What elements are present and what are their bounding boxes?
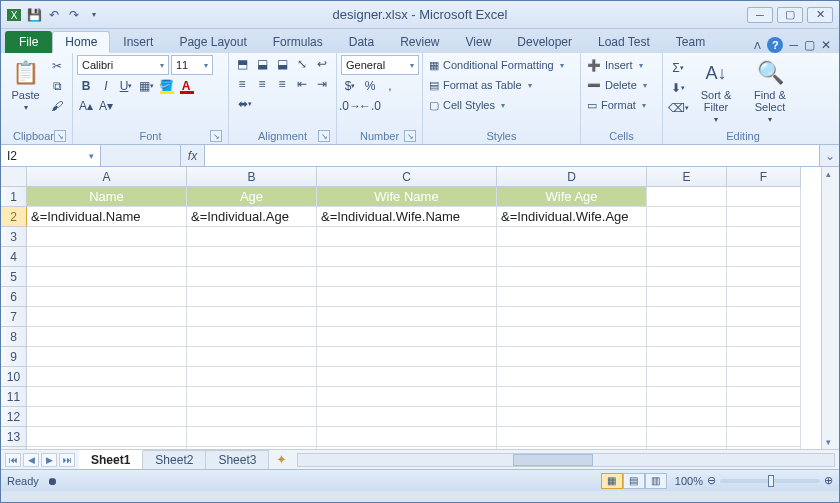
- tab-insert[interactable]: Insert: [110, 31, 166, 53]
- scroll-thumb[interactable]: [513, 454, 593, 466]
- save-icon[interactable]: 💾: [25, 6, 43, 24]
- cell-B12[interactable]: [187, 407, 317, 427]
- row-header-8[interactable]: 8: [1, 327, 27, 347]
- tab-formulas[interactable]: Formulas: [260, 31, 336, 53]
- cell-A14[interactable]: [27, 447, 187, 449]
- cell-A2[interactable]: &=Individual.Name: [27, 207, 187, 227]
- wrap-text-icon[interactable]: ↩: [313, 55, 331, 73]
- cell-D5[interactable]: [497, 267, 647, 287]
- tab-view[interactable]: View: [453, 31, 505, 53]
- cell-B13[interactable]: [187, 427, 317, 447]
- bold-button[interactable]: B: [77, 77, 95, 95]
- undo-icon[interactable]: ↶: [45, 6, 63, 24]
- cell-F7[interactable]: [727, 307, 801, 327]
- zoom-thumb[interactable]: [768, 475, 774, 487]
- cell-B9[interactable]: [187, 347, 317, 367]
- cell-F12[interactable]: [727, 407, 801, 427]
- sheet-tab-sheet2[interactable]: Sheet2: [143, 450, 206, 469]
- horizontal-scrollbar[interactable]: [297, 453, 835, 467]
- cell-F13[interactable]: [727, 427, 801, 447]
- cell-C3[interactable]: [317, 227, 497, 247]
- cell-A13[interactable]: [27, 427, 187, 447]
- cell-D2[interactable]: &=Individual.Wife.Age: [497, 207, 647, 227]
- cell-C13[interactable]: [317, 427, 497, 447]
- format-cells-button[interactable]: ▭Format▾: [585, 95, 648, 115]
- decrease-decimal-icon[interactable]: ←.0: [361, 97, 379, 115]
- cell-styles-button[interactable]: ▢Cell Styles▾: [427, 95, 507, 115]
- tab-load-test[interactable]: Load Test: [585, 31, 663, 53]
- minimize-ribbon-icon[interactable]: ᐱ: [754, 40, 761, 51]
- sheet-nav-last[interactable]: ⏭: [59, 453, 75, 467]
- font-size-combo[interactable]: 11▾: [171, 55, 213, 75]
- cell-B14[interactable]: [187, 447, 317, 449]
- cell-F1[interactable]: [727, 187, 801, 207]
- cut-icon[interactable]: ✂: [48, 57, 66, 75]
- cell-B4[interactable]: [187, 247, 317, 267]
- cell-E8[interactable]: [647, 327, 727, 347]
- row-header-7[interactable]: 7: [1, 307, 27, 327]
- cell-C10[interactable]: [317, 367, 497, 387]
- row-header-11[interactable]: 11: [1, 387, 27, 407]
- zoom-slider[interactable]: [720, 479, 820, 483]
- sheet-nav-next[interactable]: ▶: [41, 453, 57, 467]
- clipboard-launcher[interactable]: ↘: [54, 130, 66, 142]
- new-sheet-icon[interactable]: ✦: [269, 452, 293, 467]
- cell-E13[interactable]: [647, 427, 727, 447]
- doc-minimize-icon[interactable]: ─: [789, 38, 798, 52]
- tab-developer[interactable]: Developer: [504, 31, 585, 53]
- sheet-nav-first[interactable]: ⏮: [5, 453, 21, 467]
- cell-F5[interactable]: [727, 267, 801, 287]
- cell-D7[interactable]: [497, 307, 647, 327]
- cell-D13[interactable]: [497, 427, 647, 447]
- tab-page-layout[interactable]: Page Layout: [166, 31, 259, 53]
- fill-color-button[interactable]: 🪣: [157, 77, 175, 95]
- cell-F3[interactable]: [727, 227, 801, 247]
- qat-dropdown-icon[interactable]: ▾: [85, 6, 103, 24]
- sheet-tab-sheet1[interactable]: Sheet1: [79, 450, 143, 469]
- cell-F8[interactable]: [727, 327, 801, 347]
- column-header-E[interactable]: E: [647, 167, 727, 187]
- sheet-nav-prev[interactable]: ◀: [23, 453, 39, 467]
- cell-B2[interactable]: &=Individual.Age: [187, 207, 317, 227]
- font-launcher[interactable]: ↘: [210, 130, 222, 142]
- cell-C2[interactable]: &=Individual.Wife.Name: [317, 207, 497, 227]
- zoom-value[interactable]: 100%: [675, 475, 703, 487]
- cell-A7[interactable]: [27, 307, 187, 327]
- number-launcher[interactable]: ↘: [404, 130, 416, 142]
- clear-icon[interactable]: ⌫▾: [669, 99, 687, 117]
- column-header-D[interactable]: D: [497, 167, 647, 187]
- sort-filter-button[interactable]: A↓ Sort & Filter▾: [689, 55, 743, 128]
- decrease-font-icon[interactable]: A▾: [97, 97, 115, 115]
- cell-B6[interactable]: [187, 287, 317, 307]
- cell-E14[interactable]: [647, 447, 727, 449]
- cell-F9[interactable]: [727, 347, 801, 367]
- format-painter-icon[interactable]: 🖌: [48, 97, 66, 115]
- number-format-combo[interactable]: General▾: [341, 55, 419, 75]
- cell-C9[interactable]: [317, 347, 497, 367]
- conditional-formatting-button[interactable]: ▦Conditional Formatting▾: [427, 55, 566, 75]
- cell-E6[interactable]: [647, 287, 727, 307]
- minimize-button[interactable]: ─: [747, 7, 773, 23]
- redo-icon[interactable]: ↷: [65, 6, 83, 24]
- cell-A6[interactable]: [27, 287, 187, 307]
- font-color-button[interactable]: A: [177, 77, 195, 95]
- find-select-button[interactable]: 🔍 Find & Select▾: [743, 55, 797, 128]
- cell-E4[interactable]: [647, 247, 727, 267]
- row-header-5[interactable]: 5: [1, 267, 27, 287]
- copy-icon[interactable]: ⧉: [48, 77, 66, 95]
- cell-D9[interactable]: [497, 347, 647, 367]
- cell-B3[interactable]: [187, 227, 317, 247]
- doc-close-icon[interactable]: ✕: [821, 38, 831, 52]
- autosum-icon[interactable]: Σ▾: [669, 59, 687, 77]
- vertical-scrollbar[interactable]: [821, 167, 839, 449]
- cell-A4[interactable]: [27, 247, 187, 267]
- merge-center-icon[interactable]: ⬌▾: [233, 95, 257, 113]
- cell-A10[interactable]: [27, 367, 187, 387]
- name-box[interactable]: I2▾: [1, 145, 101, 166]
- close-button[interactable]: ✕: [807, 7, 833, 23]
- italic-button[interactable]: I: [97, 77, 115, 95]
- align-left-icon[interactable]: ≡: [233, 75, 251, 93]
- cell-E1[interactable]: [647, 187, 727, 207]
- row-header-4[interactable]: 4: [1, 247, 27, 267]
- row-header-13[interactable]: 13: [1, 427, 27, 447]
